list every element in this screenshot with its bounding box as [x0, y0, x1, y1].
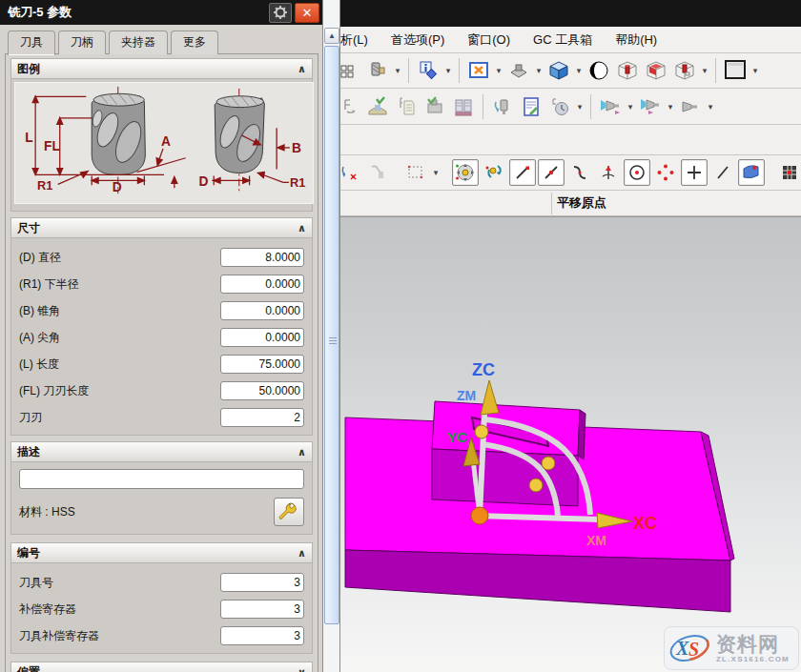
section-title: 偏置 — [17, 664, 40, 672]
selection-rect-icon[interactable] — [402, 159, 429, 186]
dialog-close-button[interactable]: ✕ — [295, 3, 319, 23]
tool-comp-register-input[interactable] — [220, 626, 304, 645]
svg-text:A: A — [161, 134, 171, 149]
grid-table-icon[interactable] — [776, 159, 801, 186]
flute-length-input[interactable] — [220, 381, 304, 400]
cone-tool3-icon[interactable] — [677, 93, 704, 120]
tab-more[interactable]: 更多 — [171, 31, 218, 54]
length-input[interactable] — [220, 355, 304, 374]
x-axis-shaft[interactable] — [480, 516, 600, 519]
grayed-tool-icon[interactable] — [364, 159, 391, 186]
menu-gc-toolbox[interactable]: GC 工具箱 — [533, 31, 592, 49]
section-header-dimensions[interactable]: 尺寸 ∧ — [10, 217, 313, 238]
dropdown-arrow-icon[interactable]: ▾ — [574, 66, 584, 75]
description-input[interactable] — [19, 469, 304, 489]
field-row-compensation-register: 补偿寄存器 — [19, 596, 304, 622]
tab-shank[interactable]: 刀柄 — [58, 31, 106, 54]
clock-icon[interactable] — [546, 93, 573, 120]
machine-check-icon[interactable] — [421, 93, 448, 120]
dropdown-arrow-icon[interactable]: ▾ — [706, 102, 715, 112]
menu-preferences[interactable]: 首选项(P) — [391, 31, 444, 49]
quadrant-point-icon[interactable] — [595, 159, 622, 186]
section-header-description[interactable]: 描述 ∧ — [10, 441, 313, 462]
layout-window-icon[interactable] — [465, 57, 492, 84]
section-header-numbers[interactable]: 编号 ∧ — [10, 542, 313, 563]
collapse-chevron-icon[interactable]: ∧ — [298, 547, 306, 560]
section-view-icon[interactable] — [505, 57, 532, 84]
section-header-legend[interactable]: 图例 ∧ — [10, 58, 313, 79]
compare-books-icon[interactable] — [450, 93, 477, 120]
menu-window[interactable]: 窗口(O) — [467, 31, 510, 49]
tangent-point-icon[interactable] — [566, 159, 593, 186]
shop-doc-icon[interactable] — [518, 93, 544, 120]
diameter-input[interactable] — [220, 248, 304, 267]
mill-tool-parameters-dialog: 铣刀-5 参数 ✕ 刀具 刀柄 — [0, 0, 323, 672]
tip-angle-input[interactable] — [220, 328, 304, 347]
slab-front-face[interactable] — [345, 550, 730, 612]
dropdown-arrow-icon[interactable]: ▾ — [626, 102, 635, 112]
center-point-icon[interactable] — [624, 159, 650, 186]
dropdown-arrow-icon[interactable]: ▾ — [575, 102, 585, 112]
mill-tool-icon[interactable] — [364, 57, 391, 84]
cone-tool-icon[interactable] — [597, 93, 624, 120]
tool-rotate-icon[interactable] — [489, 93, 516, 120]
dropdown-arrow-icon[interactable]: ▾ — [443, 66, 453, 75]
collapse-chevron-icon[interactable]: ∧ — [298, 222, 306, 234]
dropdown-arrow-icon[interactable]: ▾ — [750, 66, 760, 75]
list-document-icon[interactable] — [393, 93, 420, 120]
endpoint-icon[interactable] — [509, 159, 536, 186]
tab-holder[interactable]: 夹持器 — [109, 31, 168, 54]
cube-red-sections-icon[interactable] — [643, 57, 669, 84]
cone-tool2-icon[interactable] — [637, 93, 664, 120]
dialog-scrollbar[interactable]: ▲ — [323, 0, 340, 672]
snap-all-icon[interactable] — [452, 159, 479, 186]
slash-point-icon[interactable] — [709, 159, 736, 186]
circle-quadrant-icon[interactable] — [652, 159, 679, 186]
plus-point-icon[interactable] — [681, 159, 708, 186]
dropdown-arrow-icon[interactable]: ▾ — [393, 66, 402, 75]
shaded-cube-icon[interactable] — [545, 57, 572, 84]
tool-number-input[interactable] — [220, 573, 304, 592]
expand-chevron-icon[interactable]: ∨ — [298, 666, 306, 672]
face-point-icon[interactable] — [738, 159, 765, 186]
scrollbar-thumb[interactable] — [324, 46, 339, 624]
dropdown-arrow-icon[interactable]: ▾ — [534, 66, 544, 75]
compensation-register-input[interactable] — [220, 600, 304, 619]
collapse-chevron-icon[interactable]: ∧ — [298, 446, 306, 458]
field-label: (R1) 下半径 — [19, 276, 220, 293]
dropdown-arrow-icon[interactable]: ▾ — [431, 168, 441, 177]
material-label: 材料 : HSS — [19, 504, 274, 520]
model-view: YC ZC ZM XC XM — [340, 217, 801, 672]
dropdown-arrow-icon[interactable]: ▾ — [494, 66, 503, 75]
flutes-input[interactable] — [220, 408, 304, 427]
contrast-sphere-icon[interactable] — [585, 57, 612, 84]
lower-radius-input[interactable] — [220, 275, 304, 294]
dialog-tabs: 刀具 刀柄 夹持器 更多 — [8, 31, 218, 54]
cube-red-cylinder-icon[interactable] — [614, 57, 641, 84]
dropdown-arrow-icon[interactable]: ▾ — [666, 102, 675, 112]
scrollbar-up-icon[interactable]: ▲ — [324, 28, 339, 44]
info-icon[interactable] — [415, 57, 442, 84]
section-header-offset[interactable]: 偏置 ∨ — [10, 662, 313, 672]
snap-rotate-icon[interactable] — [481, 159, 507, 186]
cube-red-cylinder2-icon[interactable] — [671, 57, 698, 84]
menu-help[interactable]: 帮助(H) — [615, 31, 657, 49]
inner-arc-ball-handle[interactable] — [529, 479, 543, 492]
white-frame-icon[interactable] — [722, 57, 749, 84]
field-label: 补偿寄存器 — [19, 601, 220, 618]
z-axis-ball-handle[interactable] — [475, 425, 488, 438]
material-select-button[interactable] — [274, 498, 304, 526]
outer-arc-ball-handle[interactable] — [542, 457, 555, 470]
graphics-viewport[interactable]: YC ZC ZM XC XM — [340, 216, 801, 672]
midpoint-icon[interactable] — [538, 159, 565, 186]
collapse-chevron-icon[interactable]: ∧ — [298, 63, 306, 75]
dialog-options-button[interactable] — [269, 3, 292, 23]
origin-ball-handle[interactable] — [471, 507, 488, 524]
verify-check-icon[interactable] — [364, 93, 391, 120]
z-axis-cone[interactable] — [481, 380, 499, 415]
dropdown-arrow-icon[interactable]: ▾ — [700, 66, 709, 75]
boss-right-face[interactable] — [578, 410, 585, 459]
tab-tool[interactable]: 刀具 — [8, 31, 55, 55]
dialog-titlebar[interactable]: 铣刀-5 参数 ✕ — [0, 0, 322, 25]
taper-angle-input[interactable] — [220, 301, 304, 320]
